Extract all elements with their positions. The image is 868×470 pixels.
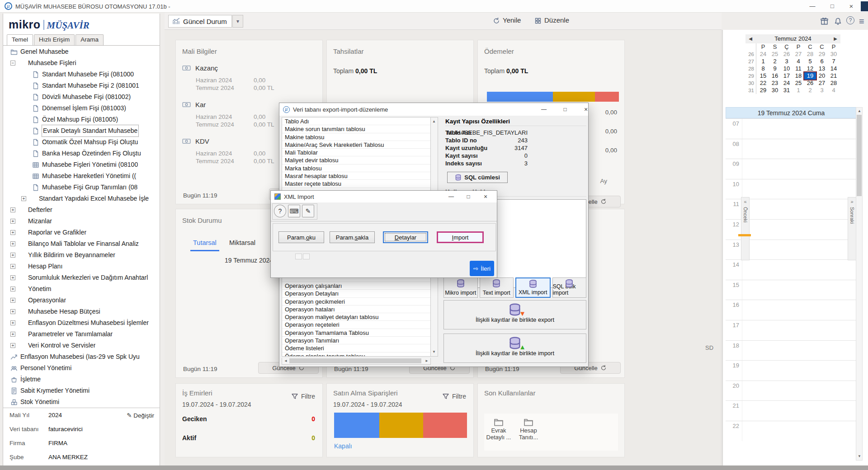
import-type-button[interactable]: Text import [480, 277, 514, 298]
calendar-day[interactable]: 9 [769, 65, 781, 72]
tree-item[interactable]: Stok Yönetimi [3, 396, 160, 408]
tree-expander[interactable]: + [10, 219, 15, 224]
help-tool-button[interactable]: ? [274, 205, 286, 217]
edit-layout-button[interactable]: Düzenle [534, 16, 569, 24]
calendar-day[interactable]: 29 [757, 87, 769, 94]
menu-button[interactable]: ≡ [859, 16, 864, 27]
tree-item[interactable]: + Mizanlar [3, 216, 160, 227]
list-row[interactable]: Master reçete tablosu [282, 180, 430, 188]
calendar-day[interactable]: 26 [804, 80, 816, 87]
tree-item[interactable]: Dönemsel İşlem Fişi (081003) [3, 103, 160, 114]
tree-item[interactable]: Banka Hesap Özetinden Fiş Oluştu [3, 148, 160, 159]
tree-expander[interactable]: + [10, 287, 15, 291]
hour-row[interactable]: 19 [726, 360, 857, 381]
scrollbar-thumb[interactable] [857, 115, 862, 196]
hour-row[interactable]: 22 [726, 421, 857, 441]
sql-statement-button[interactable]: SQL cümlesi [447, 172, 508, 183]
tree-expander[interactable]: + [10, 241, 15, 246]
tree-item[interactable]: + Sorumluluk Merkezleri ve Dağıtım Anaht… [3, 272, 160, 283]
import-type-button[interactable]: XML import [515, 277, 551, 298]
calendar-day[interactable]: 27 [816, 80, 828, 87]
tree-item[interactable]: + Bilanço Mali Tablolar ve Finansal Anal… [3, 238, 160, 249]
calendar-day[interactable]: 4 [793, 58, 804, 65]
next-strip[interactable]: »Sonraki [848, 197, 856, 260]
kapali-link[interactable]: Kapalı [334, 442, 352, 450]
calendar-day[interactable]: 28 [828, 80, 840, 87]
hour-row[interactable]: 16 [726, 300, 857, 320]
calendar-day[interactable]: 24 [781, 80, 793, 87]
tree-expander[interactable]: + [10, 230, 15, 235]
tree-item[interactable]: − Muhasebe Fişleri [3, 57, 160, 69]
next-month-button[interactable]: ▶ [831, 34, 840, 43]
previous-strip[interactable]: «Önceki [741, 197, 750, 260]
filter-button[interactable]: Filtre [291, 393, 315, 400]
sidebar-tab[interactable]: Temel [7, 34, 33, 45]
list-row[interactable]: Ödeme planları tanıtım tablosu [282, 352, 430, 357]
calendar-day[interactable]: 19 [804, 72, 816, 80]
calendar-day[interactable]: 2 [804, 87, 816, 94]
calendar-day[interactable]: 25 [793, 80, 804, 87]
import-type-button[interactable]: Mikro import [443, 277, 478, 298]
calendar-day[interactable]: 18 [793, 72, 804, 80]
hour-row[interactable]: 15 [726, 280, 857, 300]
next-button[interactable]: ⇨İleri [470, 261, 494, 276]
scroll-down-arrow[interactable]: ▼ [856, 453, 863, 460]
hour-row[interactable]: 10 [726, 179, 857, 199]
list-row[interactable]: Makine sorun tanımları tablosu [282, 125, 430, 133]
tree-item[interactable]: İşletme [3, 374, 160, 385]
dialog-minimize[interactable]: — [536, 105, 552, 114]
dialog-maximize[interactable]: □ [461, 192, 476, 201]
refresh-button[interactable]: Yenile [493, 16, 521, 24]
tree-item[interactable]: Muhasebe Hareketleri Yönetimi (( [3, 170, 160, 182]
calendar-day[interactable]: 6 [816, 58, 828, 65]
view-selector[interactable]: Güncel Durum [168, 15, 232, 28]
tree-expander[interactable]: + [21, 196, 26, 201]
list-row[interactable]: Operasyon Detayları [282, 290, 430, 297]
tree-item[interactable]: Personel Yönetimi [3, 362, 160, 374]
tree-item[interactable]: + Parametreler ve Tanımlamalar [3, 329, 160, 340]
tree-expander[interactable]: − [10, 61, 15, 66]
tree-item[interactable]: Genel Muhasebe [3, 46, 160, 57]
hour-row[interactable]: 21 [726, 400, 857, 421]
calendar-day[interactable]: 28 [804, 51, 816, 58]
calendar-day[interactable]: 8 [757, 65, 769, 72]
sidebar-tab[interactable]: Arama [75, 34, 104, 45]
calendar-day[interactable]: 14 [828, 65, 840, 72]
dialog-close[interactable]: × [478, 192, 493, 201]
list-horizontal-scrollbar[interactable]: ◄ ► [282, 358, 431, 365]
calendar-day[interactable]: 1 [793, 87, 804, 94]
scroll-right-arrow[interactable]: ► [424, 358, 430, 364]
tree-expander[interactable]: + [10, 275, 15, 280]
tree-item[interactable]: + Hesap Planı [3, 261, 160, 272]
calendar-day[interactable]: 24 [757, 51, 769, 58]
minimize-button[interactable]: — [805, 1, 820, 11]
tree-item[interactable]: + Yıllık Bildirim ve Beyannameler [3, 249, 160, 261]
tree-expander[interactable]: + [10, 264, 15, 269]
tree-expander[interactable]: + [10, 298, 15, 303]
gift-button[interactable] [820, 16, 829, 25]
tree-item[interactable]: Özel Mahsup Fişi (081005) [3, 114, 160, 125]
tree-item[interactable]: Muhasebe Fişi Grup Tanımları (08 [3, 182, 160, 193]
help-button[interactable]: ? [846, 16, 854, 24]
tree-item[interactable]: + Muhasebe Hesap Bütçesi [3, 306, 160, 317]
tree-item[interactable]: + Enflasyon Düzeltmesi Muhasebesi İşleml… [3, 317, 160, 329]
tree-expander[interactable]: + [10, 207, 15, 212]
calendar-day[interactable]: 15 [757, 72, 769, 80]
calendar-day[interactable]: 31 [781, 87, 793, 94]
calendar-day[interactable]: 20 [816, 72, 828, 80]
change-year-button[interactable]: ✎ Değiştir [127, 412, 154, 419]
dialog-action-button[interactable]: Import [437, 231, 484, 243]
scroll-up-arrow[interactable]: ▲ [431, 118, 437, 125]
tree-item[interactable]: Dövizli Muhasebe Fişi (081002) [3, 91, 160, 103]
scroll-left-arrow[interactable]: ◄ [283, 358, 289, 364]
list-row[interactable]: Marka tablosu [282, 164, 430, 172]
list-row[interactable]: Ödeme listeleri [282, 344, 430, 352]
tab-miktarsal[interactable]: Miktarsal [229, 239, 255, 246]
recent-item[interactable]: Evrak Detaylı ... [484, 417, 513, 451]
tree-item[interactable]: Sabit Kıymetler Yönetimi [3, 385, 160, 396]
calendar-day[interactable]: 4 [828, 87, 840, 94]
list-row[interactable]: Operasyon reçeteleri [282, 321, 430, 329]
dialog-action-button[interactable]: Param.oku [278, 231, 324, 243]
edit-tool-button[interactable]: ✎ [302, 205, 314, 217]
hour-row[interactable]: 08 [726, 139, 857, 159]
